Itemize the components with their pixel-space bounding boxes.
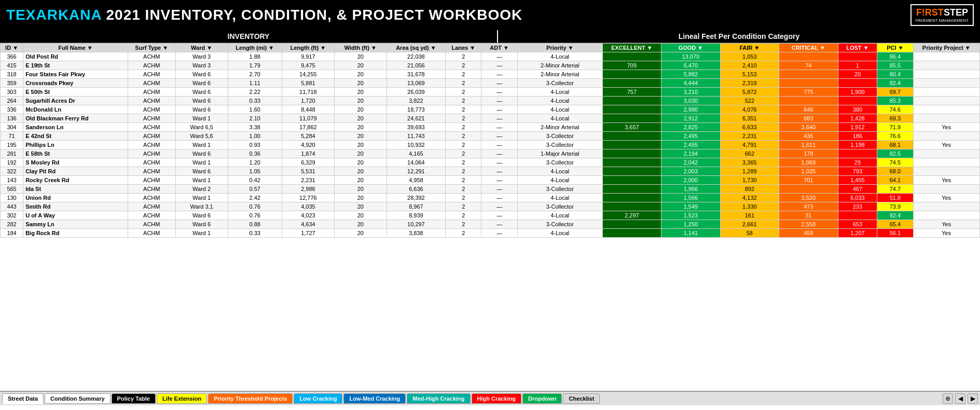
- cell-area: 3,838: [387, 229, 445, 238]
- cell-lft: 2,231: [282, 176, 334, 185]
- cell-proj: [913, 61, 979, 70]
- cell-exc: [602, 185, 661, 194]
- data-table: ID ▼ Full Name ▼ Surf Type ▼ Ward ▼ Leng…: [0, 43, 980, 238]
- cell-adt: —: [481, 61, 517, 70]
- cell-area: 21,056: [387, 61, 445, 70]
- cell-name: Phillips Ln: [23, 141, 128, 149]
- cell-lanes: 2: [446, 70, 481, 79]
- cell-fair: 58: [720, 229, 779, 238]
- cell-name: U of A Way: [23, 211, 128, 220]
- table-row: 143 Rocky Creek Rd ACHM Ward 1 0.42 2,23…: [1, 176, 980, 185]
- tab-low-med-cracking[interactable]: Low-Med Cracking: [343, 393, 406, 404]
- col-header-lost[interactable]: LOST ▼: [838, 44, 877, 52]
- col-header-good[interactable]: GOOD ▼: [661, 44, 720, 52]
- cell-proj: [913, 79, 979, 88]
- cell-pci: 68.1: [877, 141, 913, 149]
- cell-surf: ACHM: [128, 176, 175, 185]
- col-header-adt[interactable]: ADT ▼: [481, 44, 517, 52]
- col-header-area[interactable]: Area (sq yd) ▼: [387, 44, 445, 52]
- cell-fair: 1,330: [720, 202, 779, 211]
- cell-lft: 9,917: [282, 52, 334, 61]
- cell-priority: 2-Minor Arterial: [517, 61, 602, 70]
- col-header-priority[interactable]: Priority ▼: [517, 44, 602, 52]
- cell-adt: —: [481, 229, 517, 238]
- cell-id: 184: [1, 229, 23, 238]
- scroll-right-button[interactable]: ▶: [968, 393, 978, 404]
- tab-med-high-cracking[interactable]: Med-High Cracking: [407, 393, 470, 404]
- cell-area: 8,939: [387, 211, 445, 220]
- cell-surf: ACHM: [128, 158, 175, 167]
- cell-fair: 5,153: [720, 70, 779, 79]
- tab-life-extension[interactable]: Life Extension: [157, 393, 207, 404]
- cell-priority: 3-Collector: [517, 79, 602, 88]
- cell-wid: 20: [334, 52, 387, 61]
- col-header-critical[interactable]: CRITICAL ▼: [779, 44, 838, 52]
- col-header-proj[interactable]: Priority Project ▼: [913, 44, 979, 52]
- cell-good: 6,470: [661, 61, 720, 70]
- cell-critical: 3,640: [779, 123, 838, 132]
- cell-name: Sammy Ln: [23, 220, 128, 229]
- cell-critical: 473: [779, 202, 838, 211]
- cell-ward: Ward 1: [175, 176, 228, 185]
- col-header-lft[interactable]: Length (ft) ▼: [282, 44, 334, 52]
- data-table-wrapper[interactable]: ID ▼ Full Name ▼ Surf Type ▼ Ward ▼ Leng…: [0, 43, 980, 391]
- cell-lanes: 2: [446, 105, 481, 114]
- cell-area: 4,165: [387, 149, 445, 158]
- cell-fair: 662: [720, 149, 779, 158]
- tab-high-cracking[interactable]: High Cracking: [472, 393, 522, 404]
- cell-critical: 701: [779, 176, 838, 185]
- cell-proj: [913, 202, 979, 211]
- cell-wid: 20: [334, 176, 387, 185]
- cell-lanes: 2: [446, 229, 481, 238]
- cell-lanes: 2: [446, 158, 481, 167]
- cell-exc: [602, 52, 661, 61]
- cell-wid: 20: [334, 185, 387, 194]
- cell-lost: 793: [838, 167, 877, 176]
- cell-surf: ACHM: [128, 132, 175, 141]
- col-header-lmi[interactable]: Length (mi) ▼: [228, 44, 282, 52]
- cell-id: 336: [1, 105, 23, 114]
- cell-good: 2,495: [661, 132, 720, 141]
- cell-name: E 50th St: [23, 88, 128, 97]
- cell-surf: ACHM: [128, 211, 175, 220]
- cell-priority: 4-Local: [517, 97, 602, 105]
- cell-lost: [838, 97, 877, 105]
- cell-area: 4,958: [387, 176, 445, 185]
- col-header-wid[interactable]: Width (ft) ▼: [334, 44, 387, 52]
- tab-street-data[interactable]: Street Data: [2, 393, 44, 404]
- col-header-pci[interactable]: PCI ▼: [877, 44, 913, 52]
- col-header-lanes[interactable]: Lanes ▼: [446, 44, 481, 52]
- table-row: 304 Sanderson Ln ACHM Ward 6,5 3.38 17,8…: [1, 123, 980, 132]
- col-header-surf[interactable]: Surf Type ▼: [128, 44, 175, 52]
- col-header-id[interactable]: ID ▼: [1, 44, 23, 52]
- cell-name: Union Rd: [23, 194, 128, 202]
- tab-low-cracking[interactable]: Low Cracking: [294, 393, 342, 404]
- cell-lft: 1,727: [282, 229, 334, 238]
- tab-dropdown[interactable]: Dropdown: [522, 393, 562, 404]
- cell-lanes: 2: [446, 61, 481, 70]
- col-header-ward[interactable]: Ward ▼: [175, 44, 228, 52]
- cell-exc: [602, 194, 661, 202]
- tab-policy-table[interactable]: Policy Table: [112, 393, 156, 404]
- col-header-exc[interactable]: EXCELLENT ▼: [602, 44, 661, 52]
- tab-condition-summary[interactable]: Condition Summary: [45, 393, 111, 404]
- tab-checklist[interactable]: Checklist: [563, 393, 600, 404]
- cell-surf: ACHM: [128, 123, 175, 132]
- tab-priority-threshold-projects[interactable]: Priority Threshold Projects: [208, 393, 293, 404]
- cell-area: 22,038: [387, 52, 445, 61]
- col-header-fair[interactable]: FAIR ▼: [720, 44, 779, 52]
- col-header-name[interactable]: Full Name ▼: [23, 44, 128, 52]
- section-condition: Lineal Feet Per Condition Category: [498, 30, 980, 43]
- cell-lost: 6,033: [838, 194, 877, 202]
- cell-lost: 653: [838, 220, 877, 229]
- cell-ward: Ward 6: [175, 97, 228, 105]
- table-row: 359 Crossroads Pkwy ACHM Ward 6 1.11 5,8…: [1, 79, 980, 88]
- cell-good: 1,141: [661, 229, 720, 238]
- scroll-left-button[interactable]: ◀: [955, 393, 965, 404]
- cell-ward: Ward 3,1: [175, 202, 228, 211]
- add-sheet-button[interactable]: ⊕: [943, 393, 953, 404]
- cell-ward: Ward 3: [175, 61, 228, 70]
- cell-critical: 646: [779, 105, 838, 114]
- cell-lft: 11,079: [282, 114, 334, 123]
- cell-priority: 4-Local: [517, 105, 602, 114]
